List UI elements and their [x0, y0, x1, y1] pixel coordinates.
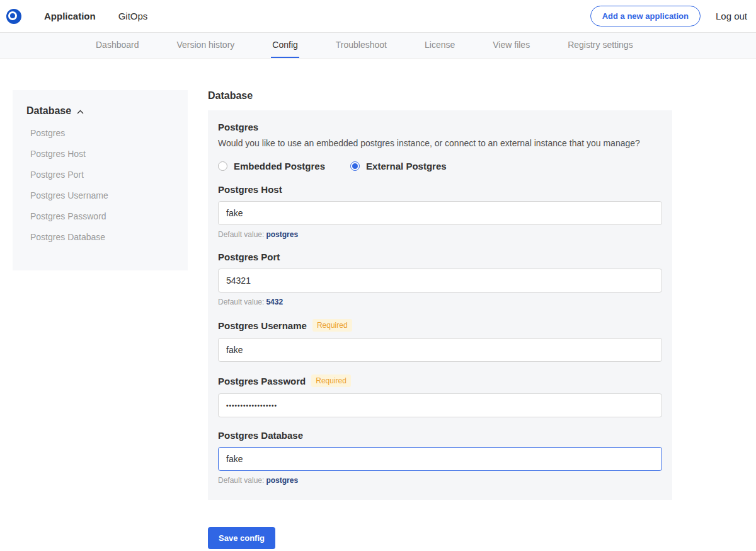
postgres-username-input[interactable] — [218, 338, 662, 362]
label-text: Postgres Username — [218, 320, 307, 331]
sidebar-group-database[interactable]: Database — [26, 105, 175, 117]
config-subnav: Dashboard Version history Config Trouble… — [0, 33, 756, 59]
sidebar-item-postgres-port[interactable]: Postgres Port — [30, 170, 175, 180]
topbar-right: Add a new application Log out — [590, 6, 747, 26]
postgres-port-helper: Default value:5432 — [218, 298, 662, 306]
config-panel: Postgres Would you like to use an embedd… — [208, 110, 672, 500]
sidebar-group-label: Database — [26, 105, 71, 117]
default-value: postgres — [266, 476, 298, 485]
subnav-item-view-files[interactable]: View files — [491, 33, 531, 58]
default-label: Default value: — [218, 298, 264, 306]
subnav-item-registry-settings[interactable]: Registry settings — [566, 33, 634, 58]
main-column: Database Postgres Would you like to use … — [208, 90, 672, 549]
postgres-password-label: Postgres Password Required — [218, 374, 662, 387]
postgres-group-label: Postgres — [218, 122, 662, 132]
radio-embedded-label: Embedded Postgres — [234, 161, 325, 171]
sidebar-item-postgres-database[interactable]: Postgres Database — [30, 232, 175, 242]
default-value: postgres — [266, 230, 298, 239]
postgres-mode-radio-group: Embedded Postgres External Postgres — [218, 161, 662, 171]
sidebar-item-postgres-password[interactable]: Postgres Password — [30, 211, 175, 221]
postgres-help-text: Would you like to use an embedded postgr… — [218, 138, 662, 148]
sidebar-item-postgres-username[interactable]: Postgres Username — [30, 190, 175, 200]
add-application-button[interactable]: Add a new application — [590, 6, 701, 26]
postgres-database-helper: Default value:postgres — [218, 476, 662, 485]
top-nav: Application GitOps — [44, 0, 147, 32]
radio-embedded-postgres[interactable]: Embedded Postgres — [218, 161, 325, 171]
radio-unselected-icon — [218, 161, 227, 171]
config-sidebar: Database Postgres Postgres Host Postgres… — [13, 90, 188, 270]
nav-tab-application[interactable]: Application — [44, 0, 96, 32]
postgres-port-input[interactable] — [218, 269, 662, 293]
postgres-host-helper: Default value:postgres — [218, 230, 662, 239]
postgres-port-label: Postgres Port — [218, 252, 662, 262]
postgres-database-label: Postgres Database — [218, 430, 662, 441]
radio-external-label: External Postgres — [366, 161, 447, 171]
page-title: Database — [208, 90, 672, 102]
subnav-item-license[interactable]: License — [423, 33, 456, 58]
chevron-up-icon — [77, 105, 84, 117]
postgres-host-input[interactable] — [218, 201, 662, 225]
field-postgres-port: Postgres Port Default value:5432 — [218, 252, 662, 306]
radio-selected-icon — [350, 161, 360, 171]
save-config-button[interactable]: Save config — [208, 527, 275, 549]
subnav-item-dashboard[interactable]: Dashboard — [94, 33, 140, 58]
postgres-database-input[interactable] — [218, 447, 662, 471]
field-postgres-password: Postgres Password Required — [218, 374, 662, 417]
label-text: Postgres Password — [218, 376, 306, 386]
sidebar-item-postgres-host[interactable]: Postgres Host — [30, 149, 175, 159]
postgres-host-label: Postgres Host — [218, 184, 662, 195]
field-postgres-username: Postgres Username Required — [218, 319, 662, 362]
subnav-item-version-history[interactable]: Version history — [176, 33, 236, 58]
postgres-username-label: Postgres Username Required — [218, 319, 662, 332]
field-postgres-host: Postgres Host Default value:postgres — [218, 184, 662, 239]
postgres-password-input[interactable] — [218, 393, 662, 417]
logout-link[interactable]: Log out — [716, 11, 747, 21]
required-badge: Required — [312, 319, 352, 332]
topbar: Application GitOps Add a new application… — [0, 0, 756, 33]
app-logo-icon[interactable] — [6, 9, 21, 24]
default-label: Default value: — [218, 230, 264, 239]
radio-external-postgres[interactable]: External Postgres — [350, 161, 447, 171]
field-postgres-database: Postgres Database Default value:postgres — [218, 430, 662, 485]
default-label: Default value: — [218, 476, 264, 485]
content-area: Database Postgres Postgres Host Postgres… — [0, 59, 756, 549]
subnav-item-troubleshoot[interactable]: Troubleshoot — [335, 33, 388, 58]
subnav-item-config[interactable]: Config — [271, 33, 299, 58]
nav-tab-gitops[interactable]: GitOps — [118, 0, 148, 32]
sidebar-item-postgres[interactable]: Postgres — [30, 128, 175, 138]
default-value: 5432 — [266, 298, 283, 306]
required-badge: Required — [311, 374, 351, 387]
